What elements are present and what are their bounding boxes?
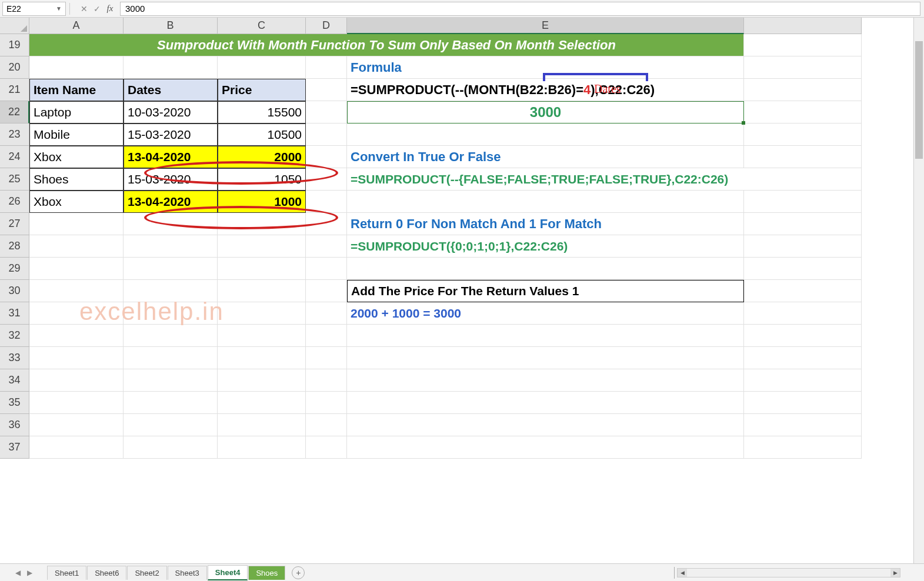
cell[interactable] [347,123,744,146]
cell[interactable] [124,280,218,302]
table-cell-item[interactable]: Laptop [29,101,124,123]
selected-cell-result[interactable]: 3000 [347,101,744,123]
cell[interactable] [124,392,218,414]
fx-icon[interactable]: fx [104,2,116,15]
cell[interactable] [218,347,306,369]
cell[interactable] [347,258,744,280]
table-cell-price[interactable]: 1050 [218,168,306,191]
cell[interactable] [124,325,218,347]
name-box-dropdown-icon[interactable]: ▼ [56,5,62,12]
sheet-tab[interactable]: Sheet6 [87,566,126,580]
row-header[interactable]: 31 [0,302,29,325]
cell[interactable] [218,414,306,436]
cell[interactable] [347,392,744,414]
cell-formula-label[interactable]: Formula [347,56,744,79]
col-header-D[interactable]: D [306,18,347,34]
cell[interactable] [306,325,347,347]
hscroll-right-icon[interactable]: ▶ [890,569,900,577]
select-all-corner[interactable] [0,18,29,34]
cell[interactable] [306,79,347,101]
cell[interactable] [744,436,862,459]
cell[interactable] [29,347,124,369]
title-cell[interactable]: Sumproduct With Month Function To Sum On… [29,34,744,56]
cell[interactable] [744,325,862,347]
cell[interactable] [124,258,218,280]
cell-formula[interactable]: =SUMPRODUCT(--(MONTH(B22:B26)=4),C22:C26… [347,79,744,101]
cell-step2-label[interactable]: Return 0 For Non Match And 1 For Match [347,213,744,235]
cell[interactable] [124,347,218,369]
row-header[interactable]: 36 [0,414,29,436]
sheet-tab[interactable]: Sheet3 [168,566,207,580]
cell[interactable] [29,436,124,459]
table-cell-price[interactable]: 10500 [218,123,306,146]
cell[interactable] [306,191,347,213]
cell[interactable] [218,392,306,414]
add-sheet-button[interactable]: + [292,566,305,579]
cell[interactable] [744,79,862,101]
cell[interactable] [29,392,124,414]
horizontal-scrollbar[interactable]: ◀ ▶ [677,568,900,577]
cell[interactable] [306,101,347,123]
cell[interactable] [124,302,218,325]
row-header[interactable]: 32 [0,325,29,347]
name-box[interactable]: E22 ▼ [2,2,66,16]
row-header[interactable]: 20 [0,56,29,79]
cell-step1-text[interactable]: =SUMPRODUCT(--{FALSE;FALSE;TRUE;FALSE;TR… [347,168,862,191]
table-cell-date[interactable]: 10-03-2020 [124,101,218,123]
cell[interactable] [306,436,347,459]
cell[interactable] [306,146,347,168]
cell[interactable] [218,302,306,325]
cell[interactable] [306,392,347,414]
row-header[interactable]: 25 [0,168,29,191]
cell[interactable] [347,369,744,392]
row-header[interactable]: 27 [0,213,29,235]
table-cell-item[interactable]: Mobile [29,123,124,146]
cell[interactable] [306,168,347,191]
cell[interactable] [29,280,124,302]
cell[interactable] [744,369,862,392]
cell[interactable] [218,280,306,302]
cell[interactable] [218,325,306,347]
cell[interactable] [744,101,862,123]
row-header[interactable]: 34 [0,369,29,392]
cell[interactable] [29,56,124,79]
table-header[interactable]: Price [218,79,306,101]
cell-step3-label[interactable]: Add The Price For The Return Values 1 [347,280,744,302]
row-header[interactable]: 29 [0,258,29,280]
table-header[interactable]: Dates [124,79,218,101]
cell[interactable] [124,56,218,79]
col-header-C[interactable]: C [218,18,306,34]
formula-input[interactable]: 3000 [120,2,920,16]
row-header[interactable]: 24 [0,146,29,168]
tab-nav-prev-icon[interactable]: ◀ [13,568,22,577]
cell[interactable] [29,325,124,347]
cell[interactable] [744,347,862,369]
cell[interactable] [124,213,218,235]
cell-step3-text[interactable]: 2000 + 1000 = 3000 [347,302,744,325]
cell[interactable] [29,302,124,325]
table-cell-price[interactable]: 15500 [218,101,306,123]
cell[interactable] [29,235,124,258]
cell[interactable] [218,258,306,280]
table-cell-item[interactable]: Shoes [29,168,124,191]
vertical-scroll-thumb[interactable] [915,41,923,159]
sheet-tab[interactable]: Sheet2 [127,566,166,580]
cell[interactable] [306,280,347,302]
row-header[interactable]: 22 [0,101,29,123]
row-header[interactable]: 37 [0,436,29,459]
cell[interactable] [744,235,862,258]
cell[interactable] [744,146,862,168]
cell[interactable] [744,34,862,56]
cell[interactable] [347,436,744,459]
row-header[interactable]: 28 [0,235,29,258]
cell[interactable] [218,369,306,392]
cell[interactable] [124,235,218,258]
sheet-tab-active[interactable]: Sheet4 [208,565,248,580]
cell-step1-label[interactable]: Convert In True Or False [347,146,744,168]
row-header[interactable]: 21 [0,79,29,101]
col-header-blank[interactable] [744,18,862,34]
cell[interactable] [347,414,744,436]
cell[interactable] [744,258,862,280]
row-header[interactable]: 23 [0,123,29,146]
row-header[interactable]: 33 [0,347,29,369]
